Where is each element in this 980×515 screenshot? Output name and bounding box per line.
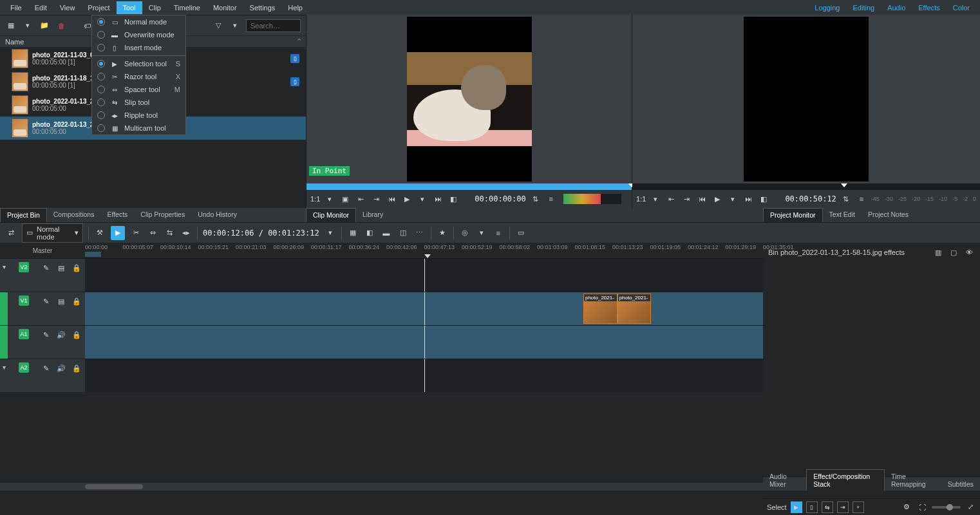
timeline-timecode[interactable]: 00:00:12:06 / 00:01:23:12 xyxy=(203,229,319,238)
play-chevron[interactable]: ▾ xyxy=(417,193,428,205)
clip-zone[interactable] xyxy=(306,183,632,190)
clip-monitor-view[interactable]: In Point xyxy=(306,15,632,183)
add-clip-chevron[interactable]: ▾ xyxy=(22,20,33,32)
proj-menu-button[interactable]: ≡ xyxy=(856,193,867,205)
track-effects-icon[interactable]: ✎ xyxy=(40,329,52,341)
clip-zoom-chevron[interactable]: ▾ xyxy=(324,193,335,205)
effect-stack-body[interactable] xyxy=(763,262,980,476)
tab-library[interactable]: Library xyxy=(356,208,390,222)
timeline-ruler[interactable]: Master 00:00:0000:00:05:0700:00:10:1400:… xyxy=(0,243,763,258)
set-zone-in-button[interactable]: ▣ xyxy=(339,193,351,205)
collapse-track-icon[interactable]: ▾ xyxy=(3,330,6,337)
delete-clip-button[interactable]: 🗑 xyxy=(55,20,67,32)
project-monitor-view[interactable] xyxy=(632,15,980,183)
mix-button[interactable]: ▦ xyxy=(347,227,359,239)
mode-insert[interactable]: ▯Insert mode xyxy=(92,41,185,54)
track-mute-icon[interactable]: 🔊 xyxy=(55,362,67,374)
guides-button[interactable]: ≡ xyxy=(493,227,504,239)
track-compositing-button[interactable]: ⇄ xyxy=(5,227,17,239)
timeline-marker-region[interactable] xyxy=(85,252,101,257)
effect-save-button[interactable]: ▢ xyxy=(948,247,959,258)
menu-view[interactable]: View xyxy=(53,1,82,14)
clip-menu-button[interactable]: ≡ xyxy=(545,193,557,205)
tab-time-remapping[interactable]: Time Remapping xyxy=(885,470,941,491)
razor-button[interactable]: ✂ xyxy=(130,227,142,239)
tab-subtitles[interactable]: Subtitles xyxy=(941,478,980,491)
project-playhead[interactable] xyxy=(841,183,847,187)
layout-color[interactable]: Color xyxy=(947,1,976,14)
sel-mode-2[interactable]: ▯ xyxy=(806,501,818,513)
edit-mode-combo[interactable]: ▭Normal mode▾ xyxy=(22,223,83,243)
ripple-button[interactable]: ◂▸ xyxy=(180,227,192,239)
fullscreen-button[interactable]: ⤢ xyxy=(965,501,976,513)
mode-normal[interactable]: ▭Normal mode xyxy=(92,15,185,28)
proj-edit-mode-button[interactable]: ◧ xyxy=(758,193,769,205)
tool-spacer[interactable]: ⇔Spacer toolM xyxy=(92,83,185,96)
effect-split-button[interactable]: ▥ xyxy=(932,247,944,258)
track-lock-icon[interactable]: 🔒 xyxy=(71,362,82,374)
project-monitor-ruler[interactable] xyxy=(632,183,980,190)
zoom-fit-button[interactable]: ⛶ xyxy=(916,501,928,513)
zone-in-button[interactable]: ⇤ xyxy=(355,193,366,205)
add-folder-button[interactable]: 📁 xyxy=(39,20,50,32)
clip-zoom-label[interactable]: 1:1 xyxy=(310,195,320,203)
proj-rewind-button[interactable]: ⏮ xyxy=(696,193,708,205)
track-header[interactable]: ▾ A1 ✎ 🔊 🔒 xyxy=(0,326,85,359)
tool-slip[interactable]: ⇆Slip tool xyxy=(92,96,185,109)
sel-tool-button[interactable]: ▶ xyxy=(111,226,125,240)
menu-settings[interactable]: Settings xyxy=(243,1,282,14)
track-mute-icon[interactable]: 🔊 xyxy=(55,329,67,341)
track-lane[interactable] xyxy=(85,259,763,292)
track-lock-icon[interactable]: 🔒 xyxy=(71,329,82,341)
ruler-marks[interactable]: 00:00:0000:00:05:0700:00:10:1400:00:15:2… xyxy=(85,243,763,258)
proj-forward-button[interactable]: ⏭ xyxy=(742,193,754,205)
search-input[interactable] xyxy=(246,19,301,32)
tab-clip-properties[interactable]: Clip Properties xyxy=(134,208,191,222)
rewind-button[interactable]: ⏮ xyxy=(386,193,397,205)
project-timecode[interactable]: 00:00:50:12 xyxy=(785,194,836,203)
tab-text-edit[interactable]: Text Edit xyxy=(823,208,862,222)
collapse-track-icon[interactable]: ▾ xyxy=(3,297,6,304)
tab-project-bin[interactable]: Project Bin xyxy=(0,208,47,222)
zone-tool-button[interactable]: ◧ xyxy=(364,227,375,239)
filter-chevron[interactable]: ▾ xyxy=(229,20,241,32)
tab-audio-mixer[interactable]: Audio Mixer xyxy=(763,470,806,491)
track-header[interactable]: ▾ A2 ✎ 🔊 🔒 xyxy=(0,359,85,392)
menu-clip[interactable]: Clip xyxy=(142,1,167,14)
forward-button[interactable]: ⏭ xyxy=(432,193,444,205)
tab-effects[interactable]: Effects xyxy=(100,208,134,222)
tool-selection[interactable]: ▶Selection toolS xyxy=(92,57,185,70)
track-lock-icon[interactable]: 🔒 xyxy=(71,262,82,274)
track-hide-icon[interactable]: ▤ xyxy=(55,262,67,274)
proj-play-chevron[interactable]: ▾ xyxy=(727,193,739,205)
tool-ripple[interactable]: ◂▸Ripple tool xyxy=(92,109,185,122)
tab-undo-history[interactable]: Undo History xyxy=(191,208,243,222)
tool-multicam[interactable]: ▦Multicam tool xyxy=(92,122,185,135)
menu-help[interactable]: Help xyxy=(281,1,309,14)
track-lane[interactable] xyxy=(85,359,763,392)
tab-compositions[interactable]: Compositions xyxy=(47,208,101,222)
layout-editing[interactable]: Editing xyxy=(846,1,881,14)
tab-project-notes[interactable]: Project Notes xyxy=(862,208,915,222)
layout-logging[interactable]: Logging xyxy=(808,1,846,14)
sel-mode-4[interactable]: ⇥ xyxy=(837,501,849,513)
clip-monitor-ruler[interactable] xyxy=(306,183,632,190)
track-effects-icon[interactable]: ✎ xyxy=(40,362,52,374)
overwrite-button[interactable]: ▬ xyxy=(381,227,392,239)
sel-mode-1[interactable]: ▶ xyxy=(791,501,802,513)
slip-button[interactable]: ⇆ xyxy=(164,227,175,239)
proj-zoom-label[interactable]: 1:1 xyxy=(636,195,646,203)
spacer-button[interactable]: ⇔ xyxy=(147,227,158,239)
play-button[interactable]: ▶ xyxy=(401,193,413,205)
tab-clip-monitor[interactable]: Clip Monitor xyxy=(306,208,356,222)
tool-razor[interactable]: ✂Razor toolX xyxy=(92,70,185,83)
proj-play-button[interactable]: ▶ xyxy=(711,193,723,205)
tc-stepper[interactable]: ⇅ xyxy=(530,193,542,205)
menu-file[interactable]: File xyxy=(4,1,28,14)
collapse-track-icon[interactable]: ▾ xyxy=(3,364,6,371)
tl-tc-chevron[interactable]: ▾ xyxy=(325,227,336,239)
tl-config-button[interactable]: ⚒ xyxy=(94,227,106,239)
scrollbar-thumb[interactable] xyxy=(85,484,143,489)
favorite-button[interactable]: ★ xyxy=(437,227,448,239)
track-header[interactable]: ▾ V1 ✎ ▤ 🔒 xyxy=(0,292,85,325)
